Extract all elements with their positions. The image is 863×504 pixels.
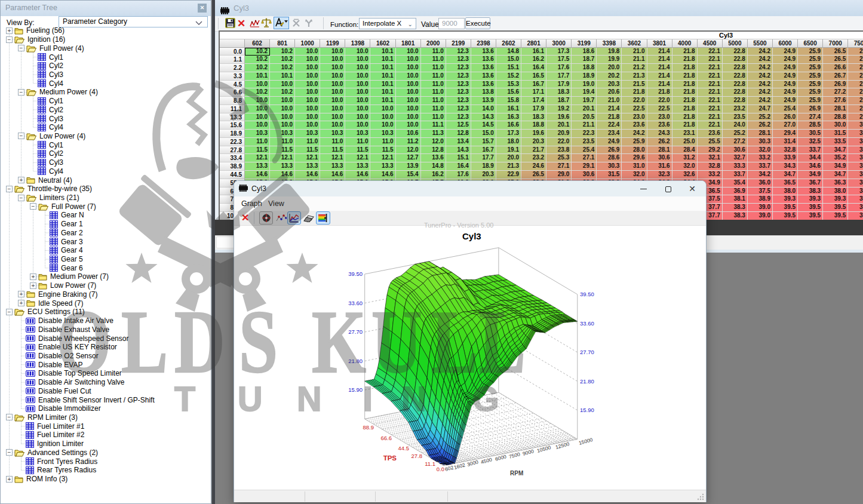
svg-text:9000: 9000: [522, 448, 535, 457]
svg-text:11.1: 11.1: [425, 460, 435, 467]
svg-text:33.60: 33.60: [580, 320, 594, 327]
svg-text:27.70: 27.70: [580, 349, 594, 355]
svg-text:15.90: 15.90: [348, 386, 363, 393]
svg-text:15000: 15000: [578, 437, 594, 446]
svg-text:15.90: 15.90: [580, 407, 594, 413]
svg-text:TPS: TPS: [383, 454, 397, 462]
svg-text:4500: 4500: [480, 456, 493, 465]
svg-text:27.8: 27.8: [411, 453, 423, 459]
svg-text:21.80: 21.80: [348, 358, 363, 364]
svg-text:66.6: 66.6: [381, 435, 392, 441]
svg-text:39.50: 39.50: [580, 291, 594, 297]
svg-text:21.80: 21.80: [580, 378, 594, 385]
svg-text:27.70: 27.70: [348, 328, 363, 335]
svg-text:88.9: 88.9: [363, 424, 374, 431]
svg-text:39.50: 39.50: [348, 271, 363, 277]
svg-text:44.5: 44.5: [398, 445, 410, 451]
svg-text:12500: 12500: [555, 441, 570, 450]
svg-text:RPM: RPM: [510, 470, 523, 477]
svg-text:33.60: 33.60: [348, 300, 363, 306]
svg-text:3000: 3000: [466, 459, 479, 468]
svg-text:6000: 6000: [495, 453, 507, 462]
svg-text:10500: 10500: [536, 444, 552, 454]
svg-text:0.0: 0.0: [437, 466, 444, 472]
